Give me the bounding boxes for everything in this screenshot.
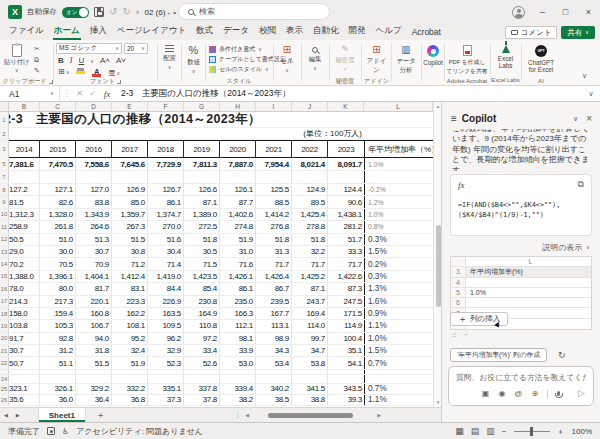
grid-cell[interactable]: 220.1 xyxy=(76,296,112,307)
grid-cell[interactable] xyxy=(148,375,184,383)
grid-cell[interactable]: 1,414.2 xyxy=(256,209,292,220)
grid-cell[interactable]: 239.5 xyxy=(256,296,292,307)
grid-cell[interactable]: 32.2 xyxy=(292,246,328,257)
col-header-I[interactable]: I xyxy=(256,102,292,111)
row-header-8[interactable]: 8 xyxy=(0,184,9,195)
grid-cell[interactable]: 1,396.1 xyxy=(40,271,76,282)
grid-cell[interactable] xyxy=(40,171,76,183)
grid-cell[interactable]: 36.4 xyxy=(76,395,112,405)
group-cells[interactable]: ⊞ セル ∨ xyxy=(274,40,300,86)
grid-cell[interactable]: 2023 xyxy=(328,140,364,158)
grid-cell[interactable]: 114.0 xyxy=(292,320,328,331)
format-painter-icon[interactable]: ✎ xyxy=(34,66,40,75)
grid-cell[interactable]: 1,419.0 xyxy=(148,271,184,282)
grid-cell[interactable]: 1,426.4 xyxy=(256,271,292,282)
grid-cell[interactable] xyxy=(76,171,112,183)
tab-データ[interactable]: データ xyxy=(218,23,254,40)
grid-cell[interactable]: 1,412.4 xyxy=(112,271,148,282)
grid-cell[interactable] xyxy=(364,171,433,183)
share-button[interactable]: 共有∨ xyxy=(561,26,595,39)
grid-cell[interactable]: 30.7 xyxy=(76,246,112,257)
grid-cell[interactable]: 97.2 xyxy=(184,333,220,344)
group-number[interactable]: % 数値 ∨ xyxy=(182,40,205,86)
grid-cell[interactable]: 51.0 xyxy=(40,234,76,245)
grid-cell[interactable]: 1.1% xyxy=(364,320,433,331)
grid-cell[interactable]: 124.9 xyxy=(292,184,328,195)
mention-icon[interactable]: @ xyxy=(514,389,522,398)
grid-cell[interactable]: 86.1 xyxy=(148,196,184,207)
data-analysis-button[interactable]: ▥ データ分析 xyxy=(392,40,420,86)
grid-cell[interactable]: 166.3 xyxy=(220,308,256,319)
grid-cell[interactable]: 35.6 xyxy=(9,395,40,405)
grid-cell[interactable]: 30.5 xyxy=(184,246,220,257)
copilot-input-box[interactable]: 質問、お役に立てる方法を教えてください ▣ ◉ @ ⊕ ▷ xyxy=(448,366,594,406)
enter-icon[interactable]: ✓ xyxy=(86,89,99,98)
grid-cell[interactable]: 85.0 xyxy=(112,196,148,207)
fill-color-button[interactable] xyxy=(76,68,85,74)
grid-cell[interactable]: 1.0% xyxy=(364,209,433,220)
grid-cell[interactable]: 326.1 xyxy=(40,384,76,394)
grid-cell[interactable]: 2021 xyxy=(256,140,292,158)
autosave-toggle[interactable]: オン xyxy=(62,7,89,18)
grid-cell[interactable]: 124.4 xyxy=(328,184,364,195)
scroll-up-icon[interactable]: ▲ xyxy=(434,104,441,109)
grid-cell[interactable]: 343.5 xyxy=(328,384,364,394)
grid-cell[interactable]: 98.1 xyxy=(220,333,256,344)
grid-cell[interactable]: 51.8 xyxy=(292,234,328,245)
row-header-20[interactable]: 20 xyxy=(0,333,9,344)
grid-cell[interactable] xyxy=(220,375,256,383)
grid-cell[interactable]: 126.7 xyxy=(148,184,184,195)
row-header-17[interactable]: 17 xyxy=(0,296,9,307)
grid-cell[interactable] xyxy=(328,370,364,374)
col-header-G[interactable]: G xyxy=(184,102,220,111)
paste-button[interactable]: 貼り付け ∨ xyxy=(4,44,29,73)
grid-cell[interactable]: 2019 xyxy=(184,140,220,158)
tab-ホーム[interactable]: ホーム xyxy=(49,23,85,40)
grid-cell[interactable]: 31.3 xyxy=(256,246,292,257)
grid-cell[interactable]: 126.9 xyxy=(112,184,148,195)
grid-cell[interactable]: 1.0% xyxy=(364,333,433,344)
grid-cell[interactable]: 53.0 xyxy=(220,357,256,368)
grid-cell[interactable]: 53.8 xyxy=(292,357,328,368)
grid-cell[interactable]: 243.7 xyxy=(292,296,328,307)
row-header-19[interactable]: 19 xyxy=(0,320,9,331)
tab-ヘルプ[interactable]: ヘルプ xyxy=(371,23,407,40)
grid-cell[interactable]: 38.5 xyxy=(256,395,292,405)
grid-cell[interactable]: 108.1 xyxy=(112,320,148,331)
grid-cell[interactable]: 87.7 xyxy=(220,196,256,207)
tab-Acrobat[interactable]: Acrobat xyxy=(407,25,446,40)
bold-button[interactable]: B xyxy=(58,57,64,65)
grid-cell[interactable]: 1,425.4 xyxy=(292,209,328,220)
select-all-corner[interactable] xyxy=(0,102,9,111)
grid-cell[interactable]: 214.3 xyxy=(9,296,40,307)
grid-cell[interactable]: 7,729.9 xyxy=(148,158,184,170)
grid-cell[interactable]: 7,381.6 xyxy=(9,158,40,170)
grid-cell[interactable]: 82.6 xyxy=(40,196,76,207)
grid-cell[interactable]: 31.8 xyxy=(76,345,112,356)
grid-cell[interactable]: 127.0 xyxy=(76,184,112,195)
page-break-view-icon[interactable]: ▥ xyxy=(486,427,495,436)
row-header-2[interactable]: 2 xyxy=(0,128,9,139)
grid-cell[interactable]: 258.9 xyxy=(9,221,40,232)
grid-cell[interactable]: 127.1 xyxy=(40,184,76,195)
row-header-25[interactable]: 25 xyxy=(0,384,9,394)
grid-cell[interactable] xyxy=(184,370,220,374)
grid-cell[interactable]: 35.1 xyxy=(328,345,364,356)
grid-cell[interactable]: 53.4 xyxy=(256,357,292,368)
cut-icon[interactable]: ✂ xyxy=(34,44,40,53)
grid-cell[interactable]: 70.5 xyxy=(40,258,76,269)
grid-cell[interactable]: 113.1 xyxy=(256,320,292,331)
grid-cell[interactable]: 1,374.7 xyxy=(148,209,184,220)
grid-cell[interactable] xyxy=(328,171,364,183)
grid-cell[interactable]: 71.6 xyxy=(220,258,256,269)
vscroll-thumb[interactable] xyxy=(436,225,441,307)
row-header-11[interactable]: 11 xyxy=(0,221,9,232)
grid-cell[interactable]: 171.5 xyxy=(328,308,364,319)
grid-cell[interactable]: 30.0 xyxy=(40,246,76,257)
grid-cell[interactable]: 323.1 xyxy=(9,384,40,394)
scroll-right-icon[interactable]: ▶ xyxy=(377,412,381,418)
grid-cell[interactable]: 235.0 xyxy=(220,296,256,307)
grid-cell[interactable]: 99.7 xyxy=(292,333,328,344)
grid-cell[interactable]: 103.8 xyxy=(9,320,40,331)
grid-cell[interactable]: 30.7 xyxy=(9,345,40,356)
